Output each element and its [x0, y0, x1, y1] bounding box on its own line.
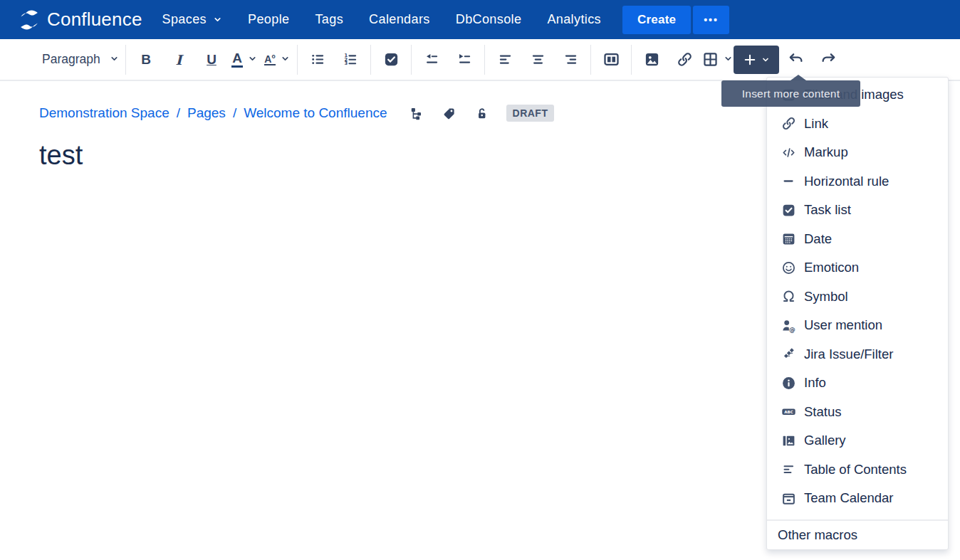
- outdent-icon: [424, 51, 440, 68]
- nav-item-calendars[interactable]: Calendars: [369, 12, 430, 27]
- svg-text:@: @: [789, 326, 795, 333]
- menu-item-jira-issue-filter[interactable]: Jira Issue/Filter: [767, 340, 948, 369]
- status-icon: ABC: [781, 404, 796, 420]
- menu-item-user-mention[interactable]: @User mention: [767, 311, 948, 340]
- chevron-down-icon: [213, 15, 222, 24]
- task-list-icon: [781, 202, 796, 218]
- text-color-dropdown[interactable]: A: [228, 46, 261, 74]
- chevron-down-icon: [110, 52, 119, 67]
- menu-item-label: Emoticon: [804, 260, 859, 275]
- date-icon: [781, 231, 796, 247]
- task-list-button[interactable]: [375, 46, 407, 74]
- menu-item-markup[interactable]: Markup: [767, 138, 948, 167]
- tooltip-arrow-icon: [791, 75, 806, 80]
- toolbar-divider: [125, 45, 126, 75]
- confluence-brand[interactable]: Confluence: [19, 9, 142, 31]
- menu-item-label: Symbol: [804, 289, 848, 305]
- undo-button[interactable]: [779, 46, 812, 74]
- text-color-icon: A: [231, 51, 243, 68]
- nav-item-spaces[interactable]: Spaces: [162, 12, 222, 27]
- create-button[interactable]: Create: [622, 6, 691, 34]
- align-center-button[interactable]: [521, 46, 554, 74]
- underline-button[interactable]: U: [195, 46, 228, 74]
- align-center-icon: [530, 51, 546, 68]
- toolbar-divider: [370, 45, 371, 75]
- toolbar-divider: [297, 45, 298, 75]
- align-right-button[interactable]: [554, 46, 587, 74]
- svg-text:ABC: ABC: [784, 410, 793, 414]
- toolbar-divider: [631, 45, 632, 75]
- insert-more-content-button[interactable]: [734, 46, 779, 74]
- page-layout-button[interactable]: [595, 46, 627, 74]
- paragraph-style-dropdown[interactable]: Paragraph: [39, 46, 122, 74]
- menu-item-team-calendar[interactable]: Team Calendar: [767, 484, 948, 513]
- menu-item-label: User mention: [804, 317, 882, 333]
- bold-button[interactable]: B: [130, 46, 162, 74]
- paragraph-style-label: Paragraph: [42, 52, 100, 67]
- toolbar-divider: [590, 45, 591, 75]
- menu-item-link[interactable]: Link: [767, 110, 948, 139]
- menu-item-label: Task list: [804, 202, 851, 218]
- insert-table-dropdown[interactable]: [701, 46, 734, 74]
- chevron-down-icon: [761, 56, 770, 64]
- task-list-icon: [383, 51, 400, 68]
- insert-image-button[interactable]: [635, 46, 668, 74]
- page-tree-icon[interactable]: [409, 107, 423, 120]
- svg-text:3: 3: [344, 60, 348, 66]
- jira-icon: [781, 347, 796, 362]
- menu-item-other-macros[interactable]: Other macros: [767, 519, 948, 549]
- more-formatting-icon: Ao: [264, 53, 275, 66]
- markup-icon: [781, 144, 796, 160]
- redo-button[interactable]: [812, 46, 845, 74]
- menu-item-info[interactable]: Info: [767, 369, 948, 398]
- italic-button[interactable]: I: [162, 46, 195, 74]
- underline-icon: U: [207, 52, 216, 68]
- bullet-list-button[interactable]: [301, 46, 334, 74]
- nav-item-label: Analytics: [547, 12, 601, 27]
- menu-item-task-list[interactable]: Task list: [767, 196, 948, 225]
- menu-item-emoticon[interactable]: Emoticon: [767, 253, 948, 282]
- redo-icon: [820, 51, 837, 68]
- more-formatting-dropdown[interactable]: Ao: [261, 46, 293, 74]
- menu-item-date[interactable]: Date: [767, 225, 948, 254]
- insert-content-menu: Files and imagesLinkMarkupHorizontal rul…: [766, 77, 949, 550]
- numbered-list-button[interactable]: 1 2 3: [334, 46, 367, 74]
- chevron-down-icon: [281, 53, 290, 66]
- team-calendar-icon: [781, 490, 796, 506]
- outdent-button[interactable]: [415, 46, 448, 74]
- menu-item-label: Team Calendar: [804, 490, 893, 506]
- unlock-icon[interactable]: [475, 107, 489, 120]
- menu-item-horizontal-rule[interactable]: Horizontal rule: [767, 167, 948, 196]
- label-tag-icon[interactable]: [442, 107, 456, 120]
- menu-item-label: Markup: [804, 144, 848, 160]
- align-right-icon: [563, 51, 579, 68]
- menu-item-gallery[interactable]: Gallery: [767, 426, 948, 455]
- nav-item-people[interactable]: People: [248, 12, 289, 27]
- menu-item-label: Status: [804, 404, 841, 420]
- breadcrumb-link[interactable]: Pages: [187, 105, 226, 121]
- top-nav: Confluence SpacesPeopleTagsCalendarsDbCo…: [0, 0, 960, 39]
- nav-more-button[interactable]: •••: [693, 6, 729, 34]
- tooltip: Insert more content: [721, 80, 860, 107]
- menu-item-table-of-contents[interactable]: Table of Contents: [767, 455, 948, 485]
- breadcrumb-link[interactable]: Demonstration Space: [39, 105, 169, 121]
- menu-item-label: Gallery: [804, 433, 846, 448]
- page-layout-icon: [603, 51, 620, 68]
- nav-item-label: Calendars: [369, 12, 430, 27]
- nav-item-analytics[interactable]: Analytics: [547, 12, 601, 27]
- draft-status-badge: DRAFT: [506, 105, 555, 122]
- breadcrumb-link[interactable]: Welcome to Confluence: [244, 105, 387, 121]
- horizontal-rule-icon: [781, 174, 796, 189]
- menu-item-status[interactable]: ABCStatus: [767, 398, 948, 427]
- tooltip-text: Insert more content: [742, 88, 840, 100]
- nav-item-tags[interactable]: Tags: [315, 12, 343, 27]
- indent-button[interactable]: [448, 46, 481, 74]
- nav-item-dbconsole[interactable]: DbConsole: [456, 12, 522, 27]
- emoticon-icon: [781, 260, 796, 275]
- menu-item-symbol[interactable]: Symbol: [767, 282, 948, 312]
- insert-link-button[interactable]: [668, 46, 701, 74]
- toc-icon: [781, 462, 796, 477]
- undo-icon: [788, 51, 804, 68]
- align-left-button[interactable]: [489, 46, 521, 74]
- menu-item-label: Date: [804, 231, 832, 247]
